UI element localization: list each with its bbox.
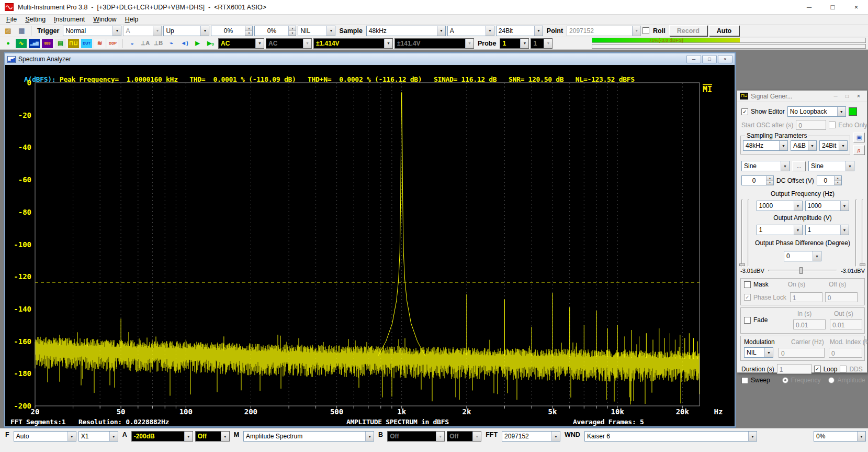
modulation-select[interactable]: NIL▼ xyxy=(744,347,773,358)
menu-item-instrument[interactable]: Instrument xyxy=(50,15,89,24)
balance-slider[interactable] xyxy=(767,267,838,274)
speaker-icon[interactable]: ◄) xyxy=(178,38,190,49)
fade-out-field[interactable] xyxy=(830,319,862,329)
balance-slider-handle[interactable] xyxy=(799,267,803,274)
calibration-icon[interactable]: ◒ xyxy=(126,38,138,49)
generator-channels-select[interactable]: A&B▼ xyxy=(791,140,817,151)
spectrum-maximize-icon[interactable]: □ xyxy=(702,55,717,63)
dc-offset-a-stepper[interactable]: 0▲▼ xyxy=(741,175,774,185)
a-mode-select[interactable]: Off▼ xyxy=(195,431,230,442)
probe-b-select[interactable]: 1▼ xyxy=(531,38,553,49)
coupling-b-select[interactable]: AC▼ xyxy=(266,38,312,49)
auto-button[interactable]: Auto xyxy=(709,25,739,36)
duration-field[interactable] xyxy=(777,364,811,374)
save-icon[interactable]: ▦ xyxy=(16,26,28,36)
signal-generator-icon[interactable]: ⊓⊔ xyxy=(67,38,80,49)
multimeter-icon[interactable]: 888 xyxy=(41,38,53,49)
dds-checkbox[interactable] xyxy=(840,366,847,372)
coupling-a-select[interactable]: AC▼ xyxy=(218,38,264,49)
fade-in-field[interactable] xyxy=(793,319,826,329)
mod-index-field[interactable] xyxy=(829,348,862,358)
menu-item-window[interactable]: Window xyxy=(89,15,120,24)
fader-a-handle[interactable] xyxy=(739,263,745,266)
generator-bits-select[interactable]: 24Bit▼ xyxy=(819,140,848,151)
generator-maximize-icon[interactable]: □ xyxy=(841,93,853,99)
sample-bits-select[interactable]: 24Bit▼ xyxy=(496,26,543,36)
close-icon[interactable]: × xyxy=(844,0,868,15)
fft-size-select[interactable]: 2097152▼ xyxy=(502,431,560,442)
sample-channel-select[interactable]: A▼ xyxy=(447,26,494,36)
echo-only-checkbox[interactable] xyxy=(829,122,836,128)
spectrum-close-icon[interactable]: × xyxy=(718,55,732,63)
sweep-checkbox[interactable] xyxy=(741,377,748,384)
oscilloscope-icon[interactable]: ∿ xyxy=(15,38,27,49)
mask-off-field[interactable] xyxy=(825,292,858,302)
show-editor-checkbox[interactable] xyxy=(741,108,748,115)
phase-select[interactable]: 0▼ xyxy=(784,251,821,261)
ground-a-icon[interactable]: ⊥A xyxy=(139,38,151,49)
data-logger-icon[interactable]: ▤ xyxy=(54,38,66,49)
fader-b-handle[interactable] xyxy=(860,263,865,266)
generator-minimize-icon[interactable]: ─ xyxy=(830,93,841,99)
overlap-select[interactable]: 0%▼ xyxy=(814,431,866,442)
phase-lock-checkbox[interactable] xyxy=(744,294,751,301)
loop-checkbox[interactable] xyxy=(814,366,821,372)
window-function-select[interactable]: Kaiser 6▼ xyxy=(584,431,757,442)
generator-titlebar[interactable]: ⊓⊔ Signal Gener... ─ □ × xyxy=(737,91,867,102)
spectrum-minimize-icon[interactable]: ─ xyxy=(686,55,701,63)
more-waveform-button[interactable]: ... xyxy=(792,161,806,171)
trigger-delay-stepper[interactable]: 0%▲▼ xyxy=(254,26,296,36)
run-icon[interactable]: ● xyxy=(2,38,14,49)
device-test-plan-icon[interactable]: DUT xyxy=(81,38,93,49)
amplitude-a-select[interactable]: 1▼ xyxy=(757,225,803,235)
zoom-select[interactable]: X1▼ xyxy=(78,431,118,442)
frequency-axis-select[interactable]: Auto▼ xyxy=(14,431,76,442)
spectrum-plot[interactable]: 0-20-40-60-80-100-120-140-160-180-200205… xyxy=(5,79,735,418)
waveform-b-select[interactable]: Sine▼ xyxy=(808,161,854,171)
generator-run-button[interactable] xyxy=(849,107,857,116)
generator-close-icon[interactable]: × xyxy=(853,93,864,99)
generator-rate-select[interactable]: 48kHz▼ xyxy=(743,140,788,151)
ddp-viewer-icon[interactable]: DDP xyxy=(107,38,119,49)
amplitude-b-select[interactable]: 1▼ xyxy=(805,225,849,235)
probe-a-select[interactable]: 1▼ xyxy=(500,38,529,49)
a-range-select[interactable]: -200dB▼ xyxy=(131,431,193,442)
trigger-mode-select[interactable]: Normal▼ xyxy=(63,26,121,36)
trigger-level-stepper[interactable]: 0%▲▼ xyxy=(211,26,253,36)
maximize-icon[interactable]: □ xyxy=(821,0,844,15)
start-osc-field[interactable] xyxy=(796,120,826,130)
play-loop-icon[interactable]: ▶ₒ xyxy=(205,38,217,49)
minimize-icon[interactable]: ─ xyxy=(797,0,821,15)
mask-on-field[interactable] xyxy=(790,292,822,302)
record-button[interactable]: Record xyxy=(669,25,707,36)
carrier-field[interactable] xyxy=(779,348,825,358)
open-icon[interactable]: ▨ xyxy=(2,26,14,36)
sweep-frequency-radio[interactable] xyxy=(782,377,788,383)
probe-icon[interactable]: ⌁ xyxy=(165,38,177,49)
trigger-hpf-select[interactable]: NIL▼ xyxy=(298,26,335,36)
ground-b-icon[interactable]: ⊥B xyxy=(152,38,164,49)
fade-checkbox[interactable] xyxy=(744,317,751,324)
play-icon[interactable]: ▶ xyxy=(191,38,204,49)
menu-item-setting[interactable]: Setting xyxy=(21,15,50,24)
sweep-amplitude-radio[interactable] xyxy=(828,377,835,383)
roll-checkbox[interactable] xyxy=(642,27,649,34)
measurement-type-select[interactable]: Amplitude Spectrum▼ xyxy=(243,431,374,442)
trigger-source-select[interactable]: A▼ xyxy=(123,26,162,36)
range-a-select[interactable]: ±1.414V▼ xyxy=(313,38,393,49)
menu-item-file[interactable]: File xyxy=(2,15,21,24)
waveform-a-select[interactable]: Sine▼ xyxy=(741,161,790,171)
frequency-a-select[interactable]: 1000▼ xyxy=(757,201,803,211)
spectrum-analyzer-icon[interactable]: ▂▅▇ xyxy=(28,38,40,49)
trigger-edge-select[interactable]: Up▼ xyxy=(163,26,209,36)
save-wave-icon[interactable]: ▣ xyxy=(853,133,865,142)
menu-item-help[interactable]: Help xyxy=(121,15,143,24)
point-select[interactable]: 2097152▼ xyxy=(567,26,641,36)
loopback-select[interactable]: No Loopback▼ xyxy=(787,106,846,117)
score-icon[interactable]: ♬ xyxy=(853,145,865,155)
sample-rate-select[interactable]: 48kHz▼ xyxy=(366,26,446,36)
spectrum-window-titlebar[interactable]: ▂▅▇ Spectrum Analyzer ─ □ × xyxy=(5,53,735,65)
spectrum-3d-icon[interactable]: ≋ xyxy=(94,38,106,49)
b-range-select[interactable]: Off▼ xyxy=(387,431,445,442)
range-b-select[interactable]: ±141.4V▼ xyxy=(394,38,474,49)
